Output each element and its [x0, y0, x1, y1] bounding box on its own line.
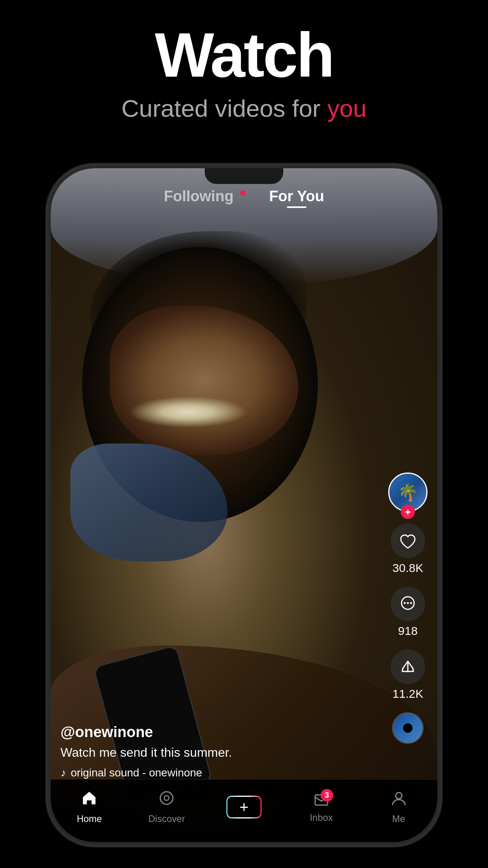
nav-discover[interactable]: Discover — [128, 789, 205, 824]
share-icon-container — [391, 649, 425, 684]
phone-screen: Following For You 🌴 + — [51, 168, 437, 842]
heart-icon — [398, 531, 417, 550]
profile-icon — [390, 789, 407, 811]
nav-discover-label: Discover — [149, 813, 185, 824]
like-action[interactable]: 30.8K — [391, 524, 425, 575]
share-action[interactable]: 11.2K — [391, 649, 425, 701]
nav-inbox[interactable]: 3 Inbox — [283, 791, 360, 823]
tab-for-you[interactable]: For You — [269, 188, 324, 205]
video-caption: Watch me send it this summer. — [61, 745, 386, 761]
tab-following[interactable]: Following — [164, 188, 246, 205]
nav-create[interactable]: + — [205, 796, 283, 818]
spinning-disc — [392, 712, 424, 744]
bottom-navigation: Home Discover — [51, 779, 437, 842]
subtitle-for: for — [292, 95, 327, 122]
sound-name: original sound - onewinone — [71, 767, 202, 779]
inbox-badge-count: 3 — [321, 789, 333, 802]
discover-icon — [158, 789, 175, 811]
svg-point-3 — [410, 602, 412, 604]
nav-inbox-label: Inbox — [310, 812, 333, 823]
subtitle-you: you — [327, 95, 367, 122]
creator-username[interactable]: @onewinone — [61, 724, 386, 741]
header-section: Watch Curated videos for you — [0, 0, 488, 138]
svg-point-7 — [396, 793, 402, 799]
like-count: 30.8K — [393, 561, 423, 575]
video-area[interactable]: Following For You 🌴 + — [51, 168, 437, 842]
creator-avatar[interactable]: 🌴 + — [388, 473, 427, 512]
svg-point-2 — [407, 602, 409, 604]
top-tabs: Following For You — [51, 188, 437, 205]
svg-point-4 — [160, 792, 173, 804]
nav-home-label: Home — [77, 813, 102, 824]
create-button[interactable]: + — [226, 796, 262, 818]
nav-home[interactable]: Home — [51, 789, 128, 824]
comment-icon-container — [391, 587, 425, 621]
page-title: Watch — [0, 24, 488, 86]
phone-frame-wrapper: Following For You 🌴 + — [48, 165, 440, 845]
subtitle: Curated videos for you — [0, 94, 488, 122]
phone-notch — [205, 168, 283, 184]
person-smile — [129, 396, 247, 428]
sound-info[interactable]: ♪ original sound - onewinone — [61, 767, 386, 779]
palm-tree-icon: 🌴 — [398, 483, 418, 502]
video-info: @onewinone Watch me send it this summer.… — [61, 724, 386, 779]
music-disc — [392, 712, 424, 744]
right-actions: 🌴 + 30.8K — [388, 473, 427, 744]
nav-profile-label: Me — [392, 813, 405, 824]
svg-point-1 — [404, 602, 406, 604]
subtitle-prefix: Curated videos — [121, 95, 292, 122]
home-icon — [81, 789, 98, 811]
inbox-icon-container: 3 — [313, 791, 330, 810]
disc-center — [403, 723, 413, 733]
share-count: 11.2K — [393, 687, 423, 701]
nav-profile[interactable]: Me — [360, 789, 437, 824]
comment-action[interactable]: 918 — [391, 587, 425, 638]
comment-count: 918 — [398, 624, 418, 638]
music-note-icon: ♪ — [61, 767, 66, 779]
svg-point-5 — [164, 796, 169, 800]
follow-button[interactable]: + — [401, 505, 415, 519]
tab-notification-dot — [240, 190, 246, 196]
plus-icon: + — [239, 799, 248, 815]
like-icon-container — [391, 524, 425, 558]
share-icon — [398, 657, 417, 676]
phone-frame: Following For You 🌴 + — [48, 165, 440, 845]
comment-icon — [398, 594, 417, 613]
